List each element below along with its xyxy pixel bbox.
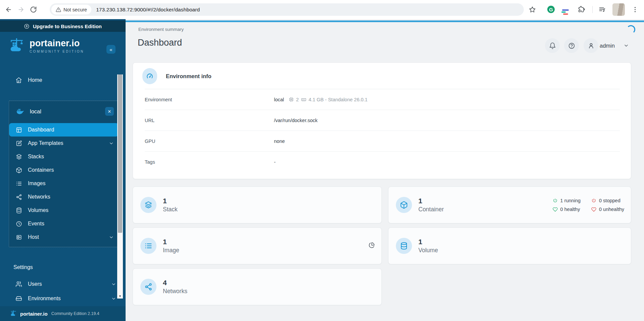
heart-icon <box>553 207 558 212</box>
not-secure-label: Not secure <box>63 7 87 12</box>
panel-header: Environment info <box>142 68 212 84</box>
panel-title: Environment info <box>166 73 212 79</box>
host-icon <box>16 234 22 240</box>
chevron-down-icon <box>111 282 116 287</box>
info-row-tags: Tags - <box>145 152 620 172</box>
scrollbar-thumb[interactable] <box>118 74 122 233</box>
info-label: Tags <box>145 159 274 165</box>
admin-menu[interactable]: admin <box>600 38 629 53</box>
stat-unhealthy: 0 unhealthy <box>591 207 624 212</box>
image-usage-pie-button[interactable] <box>369 242 375 250</box>
extensions-puzzle-icon[interactable] <box>576 4 587 15</box>
volume-count: 1 <box>418 238 438 246</box>
cpu-count: 2 <box>296 97 299 102</box>
volumes-icon <box>16 207 22 214</box>
scrollbar-down-arrow[interactable]: ▼ <box>117 293 123 299</box>
upgrade-banner[interactable]: Upgrade to Business Edition <box>0 20 126 32</box>
users-icon <box>15 281 22 287</box>
sidebar-item-environments[interactable]: Environments <box>0 291 126 306</box>
cpu-icon <box>288 97 294 102</box>
info-value: none <box>274 139 285 144</box>
containers-icon <box>16 167 22 173</box>
main-content: Environment summary Dashboard admin Envi… <box>126 19 644 321</box>
stat-stopped: 0 stopped <box>591 198 624 203</box>
networks-card[interactable]: 4 Networks <box>133 268 382 305</box>
environment-specs: 2 4.1 GB - Standalone 26.0.1 <box>288 97 368 102</box>
networks-icon <box>144 283 152 291</box>
container-card[interactable]: 1 Container 1 running 0 stopped 0 health… <box>388 186 631 223</box>
environment-close-button[interactable]: ✕ <box>105 107 114 116</box>
sidebar-item-dashboard[interactable]: Dashboard <box>9 123 119 137</box>
breadcrumb: Environment summary <box>138 27 184 32</box>
bell-icon <box>549 42 556 49</box>
back-button[interactable] <box>3 4 14 15</box>
brand-edition: COMMUNITY EDITION <box>30 50 84 53</box>
refresh-button[interactable] <box>28 4 39 15</box>
environment-header-local[interactable]: local ✕ <box>9 101 118 122</box>
container-count: 1 <box>418 197 444 205</box>
info-label: URL <box>145 118 274 123</box>
app-templates-icon <box>16 140 22 147</box>
sidebar-scrollbar[interactable]: ▼ <box>117 74 123 299</box>
upgrade-label: Upgrade to Business Edition <box>33 23 102 29</box>
volumes-badge <box>396 238 412 254</box>
sidebar-item-events[interactable]: Events <box>9 217 119 230</box>
volume-label: Volume <box>418 247 438 254</box>
image-count: 1 <box>163 238 179 246</box>
networks-count: 4 <box>163 279 187 287</box>
sidebar: Upgrade to Business Edition portainer.io… <box>0 19 126 321</box>
media-controls-icon[interactable] <box>596 4 608 15</box>
sidebar-item-images[interactable]: Images <box>9 177 119 190</box>
browser-menu-kebab-icon[interactable] <box>629 4 641 15</box>
stacks-icon <box>144 201 152 209</box>
help-circle-icon <box>568 42 575 49</box>
sidebar-item-host[interactable]: Host <box>9 230 119 244</box>
sidebar-item-stacks[interactable]: Stacks <box>9 150 119 163</box>
networks-icon <box>16 194 22 200</box>
help-button[interactable] <box>564 38 579 53</box>
info-label: GPU <box>145 139 274 144</box>
upgrade-arrow-icon <box>24 23 30 29</box>
user-icon <box>588 42 595 49</box>
volume-card[interactable]: 1 Volume <box>388 227 631 264</box>
sidebar-collapse-button[interactable]: « <box>106 45 116 54</box>
environment-info-panel: Environment info Environment local 2 4.1… <box>133 62 631 179</box>
portainer-logo: portainer.io COMMUNITY EDITION <box>9 37 84 55</box>
environments-icon <box>15 295 22 302</box>
sidebar-item-networks[interactable]: Networks <box>9 190 119 204</box>
accent-topline <box>126 20 644 22</box>
sidebar-item-label: Settings <box>13 264 33 270</box>
memory-value: 4.1 GB - Standalone 26.0.1 <box>309 97 368 102</box>
sidebar-item-containers[interactable]: Containers <box>9 163 119 177</box>
volumes-icon <box>400 242 408 250</box>
sidebar-item-label: Host <box>28 234 39 240</box>
loading-spinner <box>627 25 635 34</box>
stacks-badge <box>140 197 156 213</box>
power-icon <box>553 198 558 203</box>
sidebar-item-label: Images <box>28 180 45 186</box>
sidebar-item-home[interactable]: Home <box>0 73 126 88</box>
sidebar-item-app-templates[interactable]: App Templates <box>9 137 119 150</box>
memory-icon <box>301 97 307 102</box>
bookmark-star-icon[interactable] <box>526 4 538 15</box>
image-card[interactable]: 1 Image <box>133 227 382 264</box>
forward-button[interactable] <box>15 4 27 15</box>
info-label: Environment <box>145 97 274 102</box>
stack-card[interactable]: 1 Stack <box>133 186 382 223</box>
profile-avatar[interactable] <box>612 3 625 16</box>
user-button[interactable] <box>584 38 598 53</box>
sidebar-item-volumes[interactable]: Volumes <box>9 204 119 217</box>
sidebar-item-users[interactable]: Users <box>0 277 126 291</box>
sidebar-item-label: Networks <box>28 194 50 200</box>
notifications-bell-button[interactable] <box>545 38 560 53</box>
image-label: Image <box>163 247 179 254</box>
bars-extension-icon[interactable] <box>559 4 571 15</box>
address-bar[interactable]: Not secure 173.230.138.72:9000/#!/2/dock… <box>50 3 524 16</box>
sidebar-item-label: Dashboard <box>28 127 54 133</box>
images-icon <box>16 180 22 187</box>
not-secure-chip[interactable]: Not secure <box>51 5 91 14</box>
grammarly-extension-icon[interactable]: G <box>545 4 557 15</box>
sidebar-item-settings[interactable]: Settings <box>0 260 126 275</box>
info-value: /var/run/docker.sock <box>274 118 318 123</box>
heart-icon <box>591 207 596 212</box>
